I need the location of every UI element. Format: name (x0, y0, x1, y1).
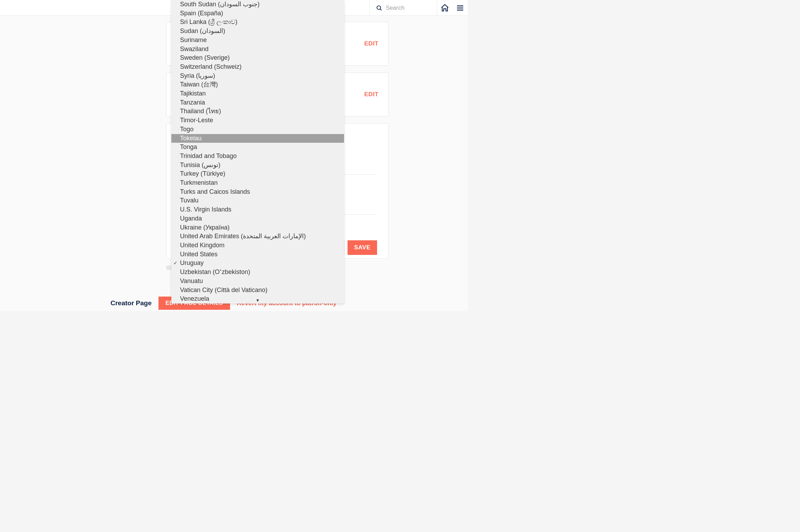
country-option[interactable]: Timor-Leste (171, 116, 344, 125)
home-button[interactable] (437, 0, 452, 16)
check-icon: ✓ (173, 259, 178, 268)
country-option[interactable]: Uganda (171, 214, 344, 223)
search-input[interactable] (386, 5, 427, 11)
menu-icon (456, 4, 464, 12)
country-option[interactable]: Turks and Caicos Islands (171, 188, 344, 197)
country-option[interactable]: Turkmenistan (171, 178, 344, 188)
country-option[interactable]: Spain (España) (171, 9, 344, 18)
country-dropdown-list[interactable]: South Sudan (جنوب السودان)Spain (España)… (171, 0, 344, 304)
country-option[interactable]: Uruguay✓ (171, 259, 344, 268)
search-icon (376, 5, 382, 11)
country-option[interactable]: Uzbekistan (Oʻzbekiston) (171, 268, 344, 277)
country-option[interactable]: Trinidad and Tobago (171, 152, 344, 161)
svg-line-1 (380, 9, 382, 10)
country-option[interactable]: United States (171, 250, 344, 259)
scroll-down-arrow[interactable]: ▼ (256, 298, 260, 303)
country-option[interactable]: Turkey (Türkiye) (171, 169, 344, 178)
country-option[interactable]: Sri Lanka (ශ්‍රී ලංකාව) (171, 18, 344, 27)
country-option[interactable]: Switzerland (Schweiz) (171, 63, 344, 72)
edit-link-2[interactable]: EDIT (364, 91, 378, 98)
save-button[interactable]: SAVE (348, 240, 377, 255)
edit-link-1[interactable]: EDIT (364, 40, 378, 47)
country-option[interactable]: Syria (سوريا) (171, 72, 344, 81)
creator-page-label: Creator Page (111, 299, 152, 307)
country-option[interactable]: United Arab Emirates (الإمارات العربية ا… (171, 232, 344, 241)
country-option[interactable]: Tunisia (تونس) (171, 161, 344, 170)
country-option[interactable]: U.S. Virgin Islands (171, 205, 344, 214)
country-option[interactable]: Thailand (ไทย) (171, 107, 344, 116)
country-option[interactable]: Vanuatu (171, 277, 344, 286)
country-option[interactable]: Sudan (السودان) (171, 27, 344, 36)
country-option[interactable]: Tonga (171, 143, 344, 152)
topbar-right (369, 0, 468, 16)
country-option[interactable]: Tuvalu (171, 196, 344, 205)
country-dropdown[interactable]: South Sudan (جنوب السودان)Spain (España)… (171, 0, 344, 304)
country-option[interactable]: Sweden (Sverige) (171, 53, 344, 63)
menu-button[interactable] (452, 0, 468, 16)
country-option[interactable]: Tajikistan (171, 89, 344, 98)
country-option[interactable]: Ukraine (Україна) (171, 223, 344, 232)
country-option[interactable]: Vatican City (Città del Vaticano) (171, 286, 344, 295)
country-option[interactable]: Swaziland (171, 45, 344, 54)
country-option[interactable]: United Kingdom (171, 241, 344, 250)
svg-point-0 (377, 6, 381, 9)
country-option[interactable]: South Sudan (جنوب السودان) (171, 0, 344, 9)
country-option[interactable]: Suriname (171, 36, 344, 45)
search-box[interactable] (369, 0, 437, 16)
country-option[interactable]: Tokelau (171, 134, 344, 143)
home-icon (440, 3, 449, 13)
country-option[interactable]: Tanzania (171, 98, 344, 107)
country-option[interactable]: Togo (171, 125, 344, 134)
country-option[interactable]: Taiwan (台灣) (171, 80, 344, 89)
